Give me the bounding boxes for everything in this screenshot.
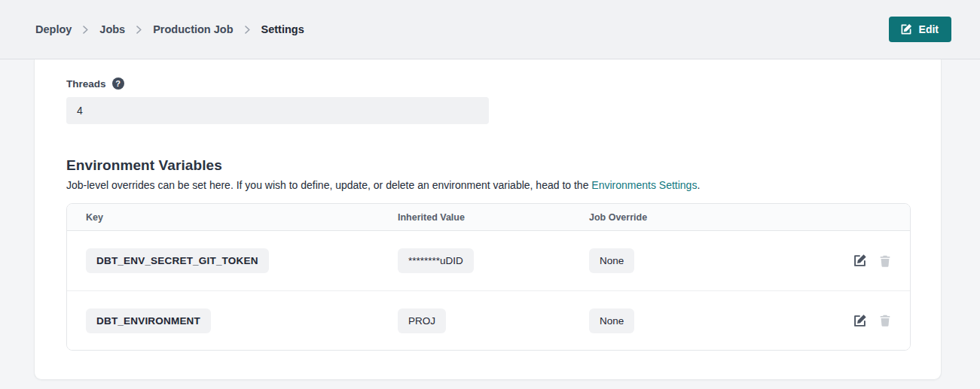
breadcrumb: Deploy Jobs Production Job Settings <box>35 23 304 35</box>
breadcrumb-item-deploy[interactable]: Deploy <box>35 23 72 35</box>
threads-input[interactable] <box>66 97 489 124</box>
environments-settings-link[interactable]: Environments Settings <box>591 179 697 191</box>
description-text: Job-level overrides can be set here. If … <box>66 179 591 191</box>
edit-button-label: Edit <box>919 23 939 35</box>
breadcrumb-item-jobs[interactable]: Jobs <box>99 23 125 35</box>
column-header-key: Key <box>86 212 398 223</box>
edit-button[interactable]: Edit <box>889 17 951 42</box>
threads-label: Threads <box>66 78 106 90</box>
edit-row-button[interactable] <box>853 254 867 268</box>
chevron-right-icon <box>136 26 142 34</box>
description-period: . <box>697 179 700 191</box>
table-row: DBT_ENVIRONMENT PROJ None <box>67 290 910 350</box>
pencil-square-icon <box>900 23 912 35</box>
delete-row-button[interactable] <box>878 254 892 268</box>
environment-variables-description: Job-level overrides can be set here. If … <box>66 179 909 191</box>
chevron-right-icon <box>245 26 250 34</box>
env-var-job-override: None <box>589 248 634 273</box>
env-var-inherited-value: PROJ <box>398 308 446 333</box>
breadcrumb-item-production-job[interactable]: Production Job <box>153 23 233 35</box>
environment-variables-title: Environment Variables <box>66 157 909 174</box>
env-var-inherited-value: ********uDID <box>398 248 474 273</box>
environment-variables-table: Key Inherited Value Job Override DBT_ENV… <box>66 203 911 351</box>
top-header-bar: Deploy Jobs Production Job Settings Edit <box>0 0 980 59</box>
breadcrumb-item-settings: Settings <box>261 23 304 35</box>
environment-variables-section: Environment Variables Job-level override… <box>66 157 909 351</box>
env-var-key: DBT_ENVIRONMENT <box>86 308 211 333</box>
table-row: DBT_ENV_SECRET_GIT_TOKEN ********uDID No… <box>67 231 910 290</box>
env-var-job-override: None <box>589 308 634 333</box>
env-var-key: DBT_ENV_SECRET_GIT_TOKEN <box>86 248 269 273</box>
help-icon[interactable]: ? <box>112 77 124 90</box>
table-header-row: Key Inherited Value Job Override <box>67 204 910 231</box>
column-header-inherited-value: Inherited Value <box>398 212 589 223</box>
chevron-right-icon <box>83 26 88 34</box>
edit-row-button[interactable] <box>853 314 867 328</box>
threads-field-group: Threads ? <box>66 77 909 124</box>
delete-row-button[interactable] <box>878 314 892 327</box>
settings-card: Threads ? Environment Variables Job-leve… <box>34 59 942 380</box>
column-header-job-override: Job Override <box>589 212 809 223</box>
